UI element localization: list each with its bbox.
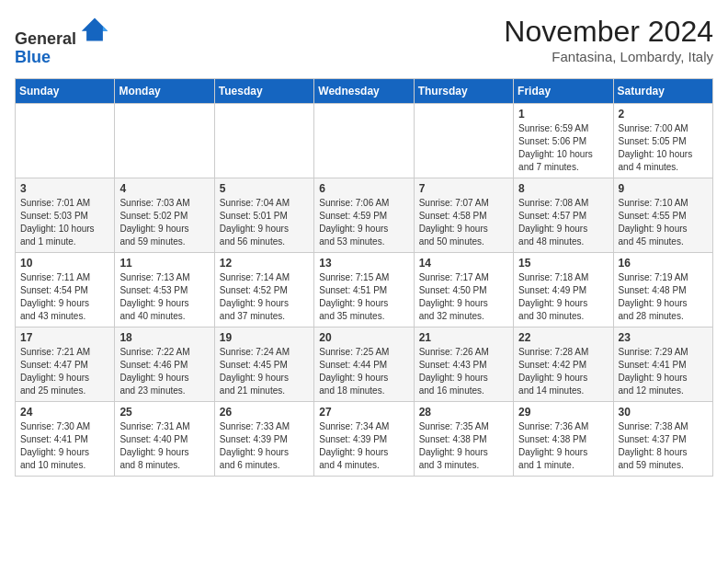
day-number: 23 [619,331,708,344]
day-number: 25 [119,406,209,419]
calendar-cell: 11Sunrise: 7:13 AM Sunset: 4:53 PM Dayli… [115,252,214,327]
day-info: Sunrise: 7:28 AM Sunset: 4:42 PM Dayligh… [518,346,608,397]
calendar-cell [414,103,513,178]
weekday-header-thursday: Thursday [414,78,513,103]
calendar-cell: 25Sunrise: 7:31 AM Sunset: 4:40 PM Dayli… [115,401,214,476]
day-info: Sunrise: 7:03 AM Sunset: 5:02 PM Dayligh… [119,197,209,248]
calendar-cell: 22Sunrise: 7:28 AM Sunset: 4:42 PM Dayli… [514,327,613,401]
day-number: 16 [619,257,708,270]
calendar-cell: 17Sunrise: 7:21 AM Sunset: 4:47 PM Dayli… [16,327,115,401]
calendar-cell: 24Sunrise: 7:30 AM Sunset: 4:41 PM Dayli… [16,401,115,476]
day-info: Sunrise: 7:21 AM Sunset: 4:47 PM Dayligh… [20,346,109,397]
day-number: 9 [619,182,708,195]
calendar-table: SundayMondayTuesdayWednesdayThursdayFrid… [15,78,713,477]
day-number: 12 [220,257,309,270]
day-number: 17 [20,331,109,344]
calendar-cell: 19Sunrise: 7:24 AM Sunset: 4:45 PM Dayli… [214,327,313,401]
day-number: 15 [518,257,608,270]
day-info: Sunrise: 7:34 AM Sunset: 4:39 PM Dayligh… [319,420,408,472]
day-number: 8 [518,182,608,195]
calendar-cell [115,103,214,178]
day-info: Sunrise: 7:19 AM Sunset: 4:48 PM Dayligh… [619,271,708,323]
day-info: Sunrise: 7:33 AM Sunset: 4:39 PM Dayligh… [220,420,309,472]
weekday-header-saturday: Saturday [613,78,712,103]
calendar-cell [16,103,115,178]
day-number: 7 [419,182,508,195]
calendar-cell: 30Sunrise: 7:38 AM Sunset: 4:37 PM Dayli… [613,401,712,476]
day-info: Sunrise: 7:08 AM Sunset: 4:57 PM Dayligh… [518,197,608,248]
calendar-cell: 15Sunrise: 7:18 AM Sunset: 4:49 PM Dayli… [514,252,613,327]
calendar-cell: 12Sunrise: 7:14 AM Sunset: 4:52 PM Dayli… [214,252,313,327]
day-number: 5 [220,182,309,195]
calendar-cell: 3Sunrise: 7:01 AM Sunset: 5:03 PM Daylig… [16,178,115,252]
day-number: 18 [119,331,209,344]
logo-blue: Blue [15,48,51,66]
day-info: Sunrise: 7:25 AM Sunset: 4:44 PM Dayligh… [319,346,408,397]
weekday-header-sunday: Sunday [16,78,115,103]
calendar-cell: 18Sunrise: 7:22 AM Sunset: 4:46 PM Dayli… [115,327,214,401]
logo-general: General [15,29,76,48]
day-info: Sunrise: 7:31 AM Sunset: 4:40 PM Dayligh… [119,420,209,472]
day-number: 26 [220,406,309,419]
logo: General Blue [15,15,109,67]
day-info: Sunrise: 7:13 AM Sunset: 4:53 PM Dayligh… [119,271,209,323]
day-info: Sunrise: 7:11 AM Sunset: 4:54 PM Dayligh… [20,271,109,323]
day-info: Sunrise: 7:35 AM Sunset: 4:38 PM Dayligh… [419,420,508,472]
day-number: 28 [419,406,508,419]
day-number: 3 [20,182,109,195]
calendar-cell: 21Sunrise: 7:26 AM Sunset: 4:43 PM Dayli… [414,327,513,401]
day-number: 21 [419,331,508,344]
day-info: Sunrise: 7:04 AM Sunset: 5:01 PM Dayligh… [220,197,309,248]
page-header: General Blue November 2024 Fantasina, Lo… [15,15,713,67]
day-info: Sunrise: 7:17 AM Sunset: 4:50 PM Dayligh… [419,271,508,323]
calendar-cell: 4Sunrise: 7:03 AM Sunset: 5:02 PM Daylig… [115,178,214,252]
calendar-cell: 2Sunrise: 7:00 AM Sunset: 5:05 PM Daylig… [613,103,712,178]
calendar-cell: 28Sunrise: 7:35 AM Sunset: 4:38 PM Dayli… [414,401,513,476]
day-number: 4 [119,182,209,195]
calendar-cell: 13Sunrise: 7:15 AM Sunset: 4:51 PM Dayli… [314,252,414,327]
day-number: 30 [619,406,708,419]
weekday-header-friday: Friday [514,78,613,103]
day-info: Sunrise: 7:30 AM Sunset: 4:41 PM Dayligh… [20,420,109,472]
calendar-cell: 23Sunrise: 7:29 AM Sunset: 4:41 PM Dayli… [613,327,712,401]
day-info: Sunrise: 7:07 AM Sunset: 4:58 PM Dayligh… [419,197,508,248]
day-info: Sunrise: 7:14 AM Sunset: 4:52 PM Dayligh… [220,271,309,323]
day-info: Sunrise: 6:59 AM Sunset: 5:06 PM Dayligh… [518,122,608,174]
day-number: 20 [319,331,408,344]
logo-icon [80,15,109,44]
day-info: Sunrise: 7:36 AM Sunset: 4:38 PM Dayligh… [518,420,608,472]
day-info: Sunrise: 7:22 AM Sunset: 4:46 PM Dayligh… [119,346,209,397]
calendar-cell: 14Sunrise: 7:17 AM Sunset: 4:50 PM Dayli… [414,252,513,327]
day-number: 14 [419,257,508,270]
weekday-header-wednesday: Wednesday [314,78,414,103]
weekday-header-tuesday: Tuesday [214,78,313,103]
calendar-cell: 5Sunrise: 7:04 AM Sunset: 5:01 PM Daylig… [214,178,313,252]
day-info: Sunrise: 7:15 AM Sunset: 4:51 PM Dayligh… [319,271,408,323]
day-number: 13 [319,257,408,270]
day-number: 2 [619,108,708,121]
day-number: 29 [518,406,608,419]
calendar-cell: 7Sunrise: 7:07 AM Sunset: 4:58 PM Daylig… [414,178,513,252]
title-block: November 2024 Fantasina, Lombardy, Italy [504,15,713,64]
day-info: Sunrise: 7:18 AM Sunset: 4:49 PM Dayligh… [518,271,608,323]
calendar-cell: 8Sunrise: 7:08 AM Sunset: 4:57 PM Daylig… [514,178,613,252]
day-number: 19 [220,331,309,344]
day-info: Sunrise: 7:26 AM Sunset: 4:43 PM Dayligh… [419,346,508,397]
location-subtitle: Fantasina, Lombardy, Italy [504,49,713,64]
day-info: Sunrise: 7:06 AM Sunset: 4:59 PM Dayligh… [319,197,408,248]
calendar-cell: 29Sunrise: 7:36 AM Sunset: 4:38 PM Dayli… [514,401,613,476]
calendar-cell: 10Sunrise: 7:11 AM Sunset: 4:54 PM Dayli… [16,252,115,327]
calendar-cell [314,103,414,178]
calendar-cell: 27Sunrise: 7:34 AM Sunset: 4:39 PM Dayli… [314,401,414,476]
calendar-cell: 6Sunrise: 7:06 AM Sunset: 4:59 PM Daylig… [314,178,414,252]
day-info: Sunrise: 7:10 AM Sunset: 4:55 PM Dayligh… [619,197,708,248]
calendar-cell: 9Sunrise: 7:10 AM Sunset: 4:55 PM Daylig… [613,178,712,252]
day-number: 24 [20,406,109,419]
month-title: November 2024 [504,15,713,49]
day-number: 22 [518,331,608,344]
weekday-header-monday: Monday [115,78,214,103]
day-info: Sunrise: 7:38 AM Sunset: 4:37 PM Dayligh… [619,420,708,472]
calendar-cell: 16Sunrise: 7:19 AM Sunset: 4:48 PM Dayli… [613,252,712,327]
day-number: 27 [319,406,408,419]
day-info: Sunrise: 7:00 AM Sunset: 5:05 PM Dayligh… [619,122,708,174]
